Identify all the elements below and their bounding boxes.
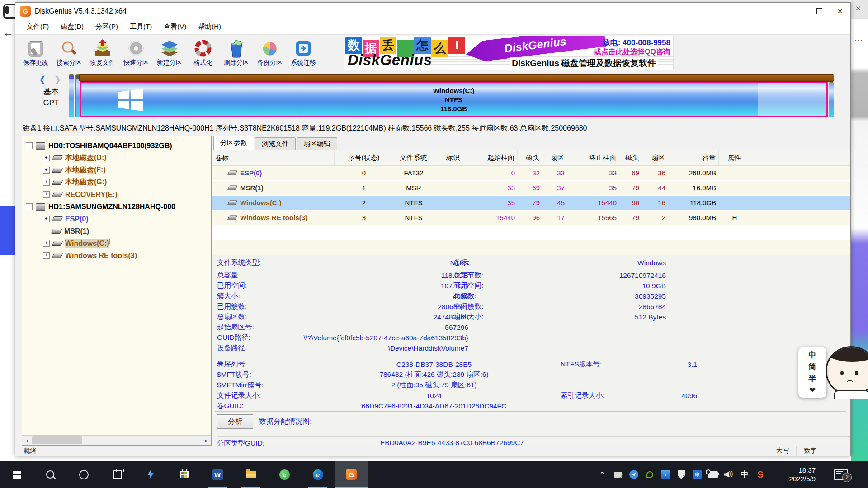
ime-simplified[interactable]: 简 bbox=[809, 361, 816, 372]
heart-icon[interactable]: ❤ bbox=[809, 385, 816, 395]
expand-icon[interactable] bbox=[43, 167, 50, 174]
tray-printer-icon[interactable] bbox=[613, 469, 623, 479]
tree-item-hd0[interactable]: HD0:TOSHIBAMQ04ABF100(932GB) bbox=[22, 140, 211, 152]
system-migrate-button[interactable]: 系统迁移 bbox=[287, 35, 320, 71]
save-changes-button[interactable]: 保存更改 bbox=[19, 35, 52, 71]
expand-icon[interactable] bbox=[43, 155, 50, 161]
tab-sector-edit[interactable]: 扇区编辑 bbox=[297, 137, 337, 150]
taskbar-store[interactable] bbox=[167, 461, 201, 488]
maximize-button[interactable] bbox=[809, 3, 830, 19]
tray-expand-icon[interactable]: ⌃ bbox=[597, 469, 607, 479]
menu-partition[interactable]: 分区(P) bbox=[90, 23, 124, 31]
taskbar-cortana[interactable] bbox=[67, 461, 100, 488]
table-row-esp[interactable]: ESP(0) 0 FAT32 0 32 33 33 69 36 260.0MB bbox=[212, 166, 850, 181]
new-partition-button[interactable]: 新建分区 bbox=[153, 35, 186, 71]
tree-item-local-f[interactable]: 本地磁盘(F:) bbox=[22, 164, 211, 176]
scrollbar-thumb[interactable] bbox=[32, 436, 82, 444]
scroll-left-arrow-icon[interactable] bbox=[22, 436, 32, 445]
format-button[interactable]: 格式化 bbox=[186, 35, 220, 71]
banner-qq-link[interactable]: 或点击此处选择QQ咨询 bbox=[594, 47, 670, 57]
word-icon: W bbox=[212, 469, 223, 480]
tray-sogou-icon[interactable]: S bbox=[755, 469, 765, 479]
task-view-button[interactable] bbox=[100, 461, 134, 488]
start-button[interactable] bbox=[0, 461, 33, 488]
bottom-cut-row: 分区类型GUID: EBD0A0A2-B9E5-4433-87C0-68B6B7… bbox=[217, 436, 850, 446]
tab-partition-params[interactable]: 分区参数 bbox=[213, 136, 254, 150]
background-window-left: ← bbox=[0, 0, 15, 461]
menu-disk[interactable]: 磁盘(D) bbox=[55, 23, 90, 31]
prev-disk-arrow-icon[interactable] bbox=[39, 75, 49, 84]
ime-halfwidth[interactable]: 半 bbox=[809, 374, 816, 384]
toolbar: 保存更改 搜索分区 恢复文件 快速分区 新建分区 格式化 bbox=[15, 34, 850, 71]
tree-item-windows-c[interactable]: Windows(C:) bbox=[22, 237, 211, 249]
tree-item-local-d[interactable]: 本地磁盘(D:) bbox=[22, 152, 211, 164]
expand-icon[interactable] bbox=[43, 179, 50, 186]
close-button[interactable] bbox=[830, 3, 850, 19]
banner-char: ! bbox=[448, 37, 465, 54]
collapse-icon[interactable] bbox=[26, 142, 33, 149]
table-row-msr[interactable]: MSR(1) 1 MSR 33 69 37 35 79 44 16.0MB bbox=[212, 181, 850, 196]
tab-browse-files[interactable]: 浏览文件 bbox=[255, 137, 296, 150]
search-icon bbox=[46, 470, 54, 479]
partition-icon bbox=[52, 155, 63, 160]
ime-lang[interactable]: 中 bbox=[809, 350, 816, 360]
tree-item-esp[interactable]: ESP(0) bbox=[22, 213, 211, 225]
tree-item-recovery-e[interactable]: RECOVERY(E:) bbox=[22, 188, 211, 201]
action-center-icon[interactable]: 2 bbox=[834, 469, 848, 480]
tray-messenger-icon[interactable] bbox=[629, 469, 639, 479]
expand-icon[interactable] bbox=[43, 240, 50, 247]
search-partition-button[interactable]: 搜索分区 bbox=[52, 35, 86, 71]
taskbar-explorer[interactable] bbox=[234, 461, 268, 488]
tree-item-msr[interactable]: MSR(1) bbox=[22, 225, 211, 237]
partition-bar-esp[interactable] bbox=[69, 74, 74, 117]
free-space-overlay bbox=[758, 83, 826, 116]
taskbar-diskgenius[interactable]: G bbox=[335, 461, 368, 488]
background-close-icon: ✕ bbox=[855, 5, 861, 13]
partition-bar-windows-c[interactable]: Windows(C:) NTFS 118.0GB bbox=[80, 82, 828, 117]
table-row-windows-c[interactable]: Windows(C:) 2 NTFS 35 79 45 15440 96 16 … bbox=[212, 196, 850, 211]
taskbar-browser-green[interactable]: e bbox=[268, 461, 301, 488]
partition-bar-re-tools[interactable] bbox=[829, 82, 834, 117]
scroll-right-arrow-icon[interactable] bbox=[202, 436, 211, 445]
sticker-hair bbox=[826, 346, 868, 362]
ime-toolbar[interactable]: 中 简 半 ❤ bbox=[798, 347, 826, 398]
tray-volume-icon[interactable]: )) bbox=[724, 469, 734, 479]
expand-icon[interactable] bbox=[43, 216, 50, 222]
taskbar-search[interactable] bbox=[33, 461, 67, 488]
tray-intel-graphics-icon[interactable]: i bbox=[660, 469, 670, 479]
menu-help[interactable]: 帮助(H) bbox=[192, 23, 227, 31]
analyze-button[interactable]: 分析 bbox=[217, 414, 253, 429]
expand-icon[interactable] bbox=[43, 191, 50, 198]
main-area: HD0:TOSHIBAMQ04ABF100(932GB) 本地磁盘(D:) 本地… bbox=[15, 136, 850, 446]
partition-icon bbox=[52, 253, 63, 258]
collapse-icon[interactable] bbox=[26, 203, 33, 210]
delete-partition-button[interactable]: 删除分区 bbox=[220, 35, 253, 71]
next-disk-arrow-icon[interactable] bbox=[54, 75, 64, 84]
tray-ime-indicator[interactable]: 中 bbox=[740, 469, 750, 479]
backup-partition-button[interactable]: 备份分区 bbox=[253, 35, 287, 71]
menu-tools[interactable]: 工具(T) bbox=[124, 23, 158, 31]
tray-snowflake-icon[interactable]: ❄ bbox=[692, 469, 702, 479]
tree-item-windows-re[interactable]: Windows RE tools(3) bbox=[22, 249, 211, 262]
windows-start-icon bbox=[13, 471, 21, 479]
taskbar-clock[interactable]: 18:37 2022/5/9 bbox=[778, 466, 816, 483]
menu-file[interactable]: 文件(F) bbox=[21, 23, 55, 31]
quick-partition-button[interactable]: 快速分区 bbox=[119, 35, 153, 71]
menu-view[interactable]: 查看(V) bbox=[158, 23, 192, 31]
tray-nvidia-icon[interactable] bbox=[645, 469, 655, 479]
tray-power-icon[interactable] bbox=[708, 469, 718, 479]
ad-banner[interactable]: 数 据 丢 怎 么 ! DiskGenius DiskGenius 致电: 40… bbox=[344, 36, 674, 70]
tray-security-shield-icon[interactable] bbox=[676, 469, 686, 479]
tree-item-local-g[interactable]: 本地磁盘(G:) bbox=[22, 176, 211, 188]
expand-icon[interactable] bbox=[43, 252, 50, 259]
minimize-button[interactable] bbox=[788, 3, 809, 19]
taskbar-app-flash[interactable] bbox=[134, 461, 167, 488]
table-header: 卷标 序号(状态) 文件系统 标识 起始柱面 磁头 扇区 终止柱面 磁头 扇区 … bbox=[212, 150, 850, 166]
recover-files-button[interactable]: 恢复文件 bbox=[86, 35, 119, 71]
tab-bar: 分区参数 浏览文件 扇区编辑 bbox=[212, 136, 850, 150]
tree-item-hd1[interactable]: HD1:SAMSUNGMZNLN128HAHQ-000 bbox=[22, 201, 211, 213]
taskbar-word[interactable]: W bbox=[201, 461, 234, 488]
table-row-windows-re[interactable]: Windows RE tools(3) 3 NTFS 15440 96 17 1… bbox=[212, 211, 850, 225]
taskbar-edge[interactable]: e bbox=[301, 461, 335, 488]
tree-horizontal-scrollbar[interactable] bbox=[22, 435, 211, 445]
